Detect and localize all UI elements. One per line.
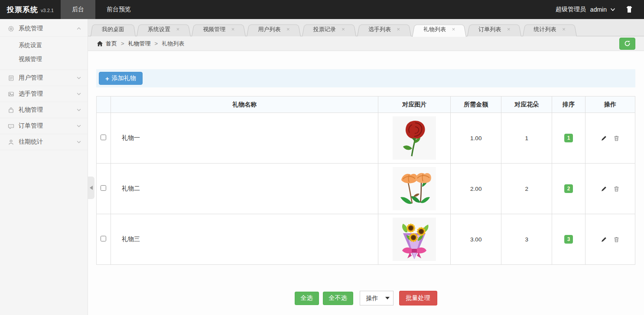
sidebar-item-label: 用户管理 <box>19 74 43 82</box>
sidebar-item-video-management[interactable]: 视频管理 <box>0 52 88 66</box>
row-checkbox[interactable] <box>101 135 106 140</box>
tab-gift-list[interactable]: 礼物列表 × <box>412 23 466 36</box>
add-gift-button[interactable]: + 添加礼物 <box>99 72 143 85</box>
nav-backend[interactable]: 后台 <box>61 0 95 19</box>
main-area: 我的桌面 系统设置 × 视频管理 × 用户列表 × 投票记录 × <box>88 19 644 315</box>
tab-label: 统计列表 <box>534 26 556 32</box>
red-rose-image <box>393 116 436 160</box>
tab-system-settings[interactable]: 系统设置 × <box>137 23 191 36</box>
chevron-down-icon <box>76 75 81 80</box>
user-icon <box>8 139 14 145</box>
gift-name: 礼物一 <box>111 113 378 164</box>
edit-pencil-icon[interactable] <box>601 186 607 192</box>
close-icon[interactable]: × <box>397 26 400 32</box>
app-title: 投票系统 <box>7 5 38 15</box>
close-icon[interactable]: × <box>176 26 180 32</box>
close-icon[interactable]: × <box>507 26 511 32</box>
triangle-left-icon <box>90 186 93 190</box>
tab-label: 系统设置 <box>148 26 170 32</box>
chevron-down-icon <box>76 123 81 129</box>
close-icon[interactable]: × <box>452 26 455 32</box>
breadcrumb-separator: > <box>155 40 158 47</box>
delete-trash-icon[interactable] <box>613 186 620 192</box>
gift-table: 礼物名称 对应图片 所需金额 对应花朵 排序 操作 礼物一 <box>96 96 635 265</box>
tab-order-list[interactable]: 订单列表 × <box>467 23 521 36</box>
sidebar-item-users[interactable]: 用户管理 <box>0 70 88 86</box>
chevron-down-icon <box>76 107 81 112</box>
row-checkbox[interactable] <box>101 185 106 191</box>
sidebar-collapse-handle[interactable] <box>88 177 94 199</box>
refresh-icon <box>624 40 631 47</box>
tab-video-management[interactable]: 视频管理 × <box>192 23 246 36</box>
header-sort: 排序 <box>552 96 585 113</box>
sidebar: 系统管理 系统设置 视频管理 用户管理 <box>0 19 88 315</box>
content-panel: + 添加礼物 礼物名称 对应图片 所需金额 对应花朵 排序 <box>88 51 644 315</box>
row-checkbox[interactable] <box>101 236 106 241</box>
tab-vote-records[interactable]: 投票记录 × <box>302 23 356 36</box>
app-version: v3.2.1 <box>41 8 54 13</box>
top-bar: 投票系统 v3.2.1 后台 前台预览 超级管理员 admin <box>0 0 644 19</box>
edit-pencil-icon[interactable] <box>601 236 607 243</box>
tab-statistics-list[interactable]: 统计列表 × <box>523 23 577 36</box>
gift-flowers: 3 <box>501 214 552 265</box>
orange-poppies-image <box>393 167 436 210</box>
sidebar-item-statistics[interactable]: 往期统计 <box>0 134 88 150</box>
sort-badge: 3 <box>564 235 573 244</box>
header-image: 对应图片 <box>378 96 451 113</box>
batch-process-button[interactable]: 批量处理 <box>399 291 437 305</box>
sidebar-item-system[interactable]: 系统管理 <box>0 21 88 37</box>
action-select-wrap: 操作 <box>360 291 394 305</box>
tab-my-desktop[interactable]: 我的桌面 <box>91 23 136 36</box>
header-checkbox-cell <box>97 96 111 113</box>
sidebar-item-system-settings[interactable]: 系统设置 <box>0 39 88 52</box>
chevron-down-icon <box>76 91 81 96</box>
sidebar-item-orders[interactable]: 订单管理 <box>0 118 88 134</box>
breadcrumb-home[interactable]: 首页 <box>106 40 117 48</box>
sidebar-item-label: 礼物管理 <box>19 106 43 114</box>
select-all-button[interactable]: 全选 <box>295 292 319 305</box>
tab-user-list[interactable]: 用户列表 × <box>247 23 301 36</box>
topbar-user-area[interactable]: 超级管理员 admin <box>556 0 644 19</box>
table-row: 礼物二 <box>97 164 635 214</box>
username-label: admin <box>590 6 607 13</box>
sidebar-submenu-system: 系统设置 视频管理 <box>0 37 88 70</box>
breadcrumb-gift-management[interactable]: 礼物管理 <box>128 40 151 48</box>
action-select[interactable]: 操作 <box>360 291 394 305</box>
close-icon[interactable]: × <box>342 26 345 32</box>
sidebar-item-gifts[interactable]: 礼物管理 <box>0 102 88 118</box>
theme-tshirt-icon[interactable] <box>625 6 634 13</box>
close-icon[interactable]: × <box>231 26 235 32</box>
refresh-button[interactable] <box>619 38 635 50</box>
sidebar-item-label: 往期统计 <box>19 138 43 146</box>
table-row: 礼物三 <box>97 214 635 265</box>
sunflower-bouquet-image <box>393 218 436 261</box>
tab-label: 订单列表 <box>478 26 501 32</box>
header-flowers: 对应花朵 <box>501 96 552 113</box>
tab-player-list[interactable]: 选手列表 × <box>357 23 411 36</box>
gift-flowers: 1 <box>501 113 552 164</box>
edit-pencil-icon[interactable] <box>601 135 607 141</box>
select-none-button[interactable]: 全不选 <box>323 292 353 305</box>
gift-flowers: 2 <box>501 164 552 214</box>
close-icon[interactable]: × <box>286 26 290 32</box>
gift-amount: 1.00 <box>451 113 501 164</box>
comment-icon <box>8 123 14 129</box>
gift-amount: 3.00 <box>451 214 501 265</box>
table-toolbar: + 添加礼物 <box>96 69 635 87</box>
tab-label: 投票记录 <box>313 26 336 32</box>
nav-frontend-preview[interactable]: 前台预览 <box>95 0 142 19</box>
bag-icon <box>8 107 14 113</box>
sidebar-item-players[interactable]: 选手管理 <box>0 86 88 102</box>
tab-label: 选手列表 <box>368 26 391 32</box>
tab-label: 用户列表 <box>258 26 280 32</box>
header-gift-name: 礼物名称 <box>111 96 378 113</box>
delete-trash-icon[interactable] <box>613 135 620 141</box>
picture-icon <box>8 91 14 97</box>
plus-icon: + <box>105 75 109 82</box>
chevron-up-icon <box>76 26 81 31</box>
table-row: 礼物一 <box>97 113 635 164</box>
top-nav: 后台 前台预览 <box>61 0 142 19</box>
sidebar-item-label: 订单管理 <box>19 122 43 130</box>
close-icon[interactable]: × <box>562 26 566 32</box>
delete-trash-icon[interactable] <box>613 236 620 243</box>
